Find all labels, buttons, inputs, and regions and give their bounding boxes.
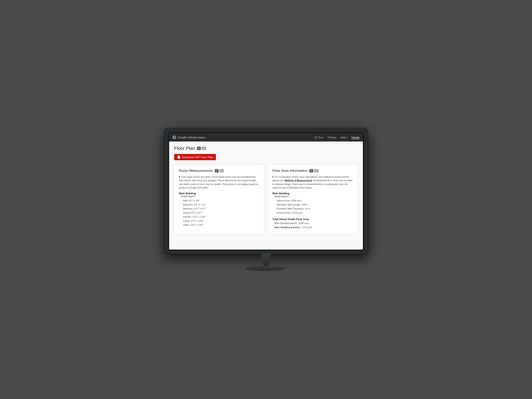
nav-right: 3D Tour Photos Video Details [314,136,360,139]
apartment-label-rooms: APARTMENT [181,195,260,198]
download-pdf-label: Download PDF Floor Plan [182,156,213,159]
nav-item-details[interactable]: Details [351,136,360,139]
nav-item-photos[interactable]: Photos [328,136,336,139]
method-of-measurement-link[interactable]: Method of Measurement [285,179,312,182]
nav-bar: 👤 Schaff's Hillside Haven 3D Tour Photos… [169,133,363,141]
nav-item-3dtour[interactable]: 3D Tour [314,136,323,139]
room-measurements-note: ℹ Only major rooms are listed. Some list… [179,175,260,190]
list-item: Main Building Exterior: 1174 sq ft [274,226,353,230]
room-measurements-title: Room Measurements [179,169,213,173]
unit-ft-btn-floor-plan[interactable]: ft [197,147,201,150]
list-item: Bath: 8'7" x 5'8" [183,199,260,203]
list-item: Exterior Area: 1174 sq ft [277,211,353,215]
room-list: Bath: 8'7" x 5'8" Bedroom: 8'7" x 7'11" … [179,199,260,227]
floor-area-header: Floor Area Information ft m [272,169,353,173]
list-item: Living: 17'3" x 15'3" [183,219,260,223]
list-item: Interior Area: 1038 sq ft [277,199,353,203]
room-measurements-header: Room Measurements ft m [179,169,260,173]
monitor-stand-neck [258,254,274,266]
info-icon-area: ℹ [272,175,273,178]
total-section-label: Total Above Grade Floor Area [272,218,353,221]
floor-plan-title: Floor Plan [174,146,195,151]
floor-area-note: ℹ For explanation of floor area calculat… [272,175,353,190]
unit-toggle-area: ft m [310,169,318,172]
main-building-label-area: Main Building [272,192,353,195]
list-item: Bedroom: 8'7" x 7'11" [183,203,260,207]
list-item: Utility: 13'2" x 13'8" [183,223,260,227]
unit-m-btn-area[interactable]: m [314,169,318,172]
nav-left: 👤 Schaff's Hillside Haven [172,135,205,139]
room-measurements-panel: Room Measurements ft m ℹ Only major room… [174,164,264,234]
nav-item-video[interactable]: Video [340,136,347,139]
area-list: Interior Area: 1038 sq ft Perimeter Wall… [272,199,353,215]
list-item: Perimeter Wall Thickness: 12 in [277,207,353,211]
user-icon: 👤 [172,135,176,139]
monitor-stand-base [245,266,287,271]
floor-area-panel: Floor Area Information ft m ℹ For explan… [268,164,358,234]
floor-area-title: Floor Area Information [272,169,307,173]
unit-ft-btn-rooms[interactable]: ft [215,169,219,172]
list-item: Kitchen: 13'1" x 13'8" [183,215,260,219]
list-item: Dining: 8'7" x 12'7" [183,211,260,215]
unit-toggle-floor-plan: ft m [197,147,206,150]
info-icon-rooms: ℹ [179,175,180,178]
property-name: Schaff's Hillside Haven [178,136,205,139]
main-content: Floor Plan ft m 📄 Download PDF Floor Pla… [169,141,363,250]
floor-plan-header: Floor Plan ft m [174,146,358,151]
pdf-icon: 📄 [177,155,181,159]
main-building-label-rooms: Main Building [179,192,260,195]
panels-row: Room Measurements ft m ℹ Only major room… [174,164,358,234]
list-item: Main Building Interior: 1038 sq ft [274,221,353,226]
apartment-label-area: APARTMENT [274,195,353,198]
total-section: Total Above Grade Floor Area Main Buildi… [272,218,353,229]
unit-m-btn-rooms[interactable]: m [219,169,224,172]
unit-m-btn-floor-plan[interactable]: m [202,147,206,150]
unit-toggle-rooms: ft m [215,169,224,172]
download-pdf-button[interactable]: 📄 Download PDF Floor Plan [174,154,216,160]
unit-ft-btn-area[interactable]: ft [310,169,313,172]
list-item: Perimeter Wall Length: 136 ft [277,203,353,207]
list-item: Bedroom: 12'7" x 9'7" [183,207,260,211]
